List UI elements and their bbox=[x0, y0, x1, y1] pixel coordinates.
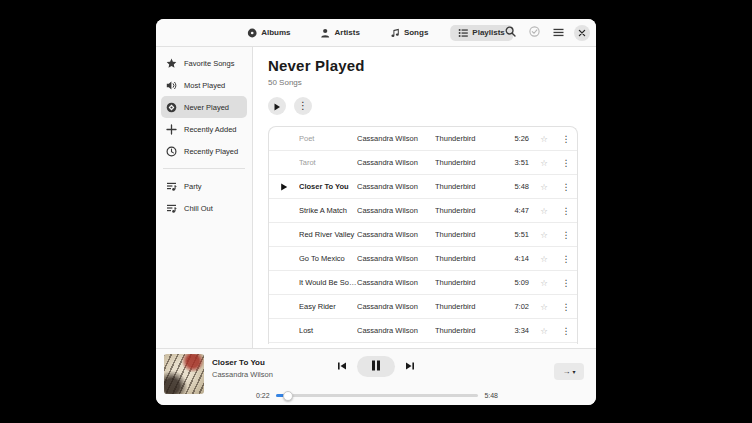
song-menu-button[interactable]: ⋮ bbox=[555, 206, 577, 216]
seek-handle[interactable] bbox=[283, 391, 293, 401]
song-artist: Cassandra Wilson bbox=[357, 134, 435, 143]
song-artist: Cassandra Wilson bbox=[357, 326, 435, 335]
song-menu-button[interactable]: ⋮ bbox=[555, 134, 577, 144]
previous-track-button[interactable] bbox=[337, 359, 347, 374]
sidebar-item-favorite-songs[interactable]: Favorite Songs bbox=[161, 52, 247, 74]
song-duration: 3:34 bbox=[501, 326, 533, 335]
next-track-button[interactable] bbox=[405, 359, 415, 374]
song-album: Thunderbird bbox=[435, 182, 501, 191]
never-played-icon bbox=[166, 102, 177, 113]
song-duration: 5:26 bbox=[501, 134, 533, 143]
repeat-mode-button[interactable]: → ▾ bbox=[554, 363, 584, 380]
view-switcher: AlbumsArtistsSongsPlaylists bbox=[239, 25, 513, 41]
select-mode-button[interactable] bbox=[526, 25, 542, 41]
close-icon bbox=[578, 25, 586, 40]
songs-icon bbox=[390, 28, 400, 38]
close-button[interactable] bbox=[574, 25, 590, 41]
titlebar-buttons bbox=[502, 25, 590, 41]
tab-label: Songs bbox=[404, 28, 428, 37]
song-row[interactable]: Go To MexicoCassandra WilsonThunderbird4… bbox=[269, 247, 577, 271]
sidebar-item-recently-added[interactable]: Recently Added bbox=[161, 118, 247, 140]
favorite-star-icon[interactable]: ☆ bbox=[533, 134, 555, 144]
tab-artists[interactable]: Artists bbox=[313, 25, 368, 41]
hamburger-icon bbox=[553, 25, 564, 40]
song-row[interactable]: Easy RiderCassandra WilsonThunderbird7:0… bbox=[269, 295, 577, 319]
song-duration: 3:51 bbox=[501, 158, 533, 167]
playlist-icon bbox=[166, 203, 177, 214]
favorite-star-icon[interactable]: ☆ bbox=[533, 206, 555, 216]
pause-button[interactable] bbox=[357, 356, 395, 377]
song-row[interactable]: Red River ValleyCassandra WilsonThunderb… bbox=[269, 223, 577, 247]
song-menu-button[interactable]: ⋮ bbox=[555, 278, 577, 288]
tab-albums[interactable]: Albums bbox=[239, 25, 298, 41]
song-row[interactable]: PoetCassandra WilsonThunderbird5:26☆⋮ bbox=[269, 127, 577, 151]
song-list: PoetCassandra WilsonThunderbird5:26☆⋮Tar… bbox=[268, 126, 578, 344]
song-duration: 4:47 bbox=[501, 206, 533, 215]
song-album: Thunderbird bbox=[435, 230, 501, 239]
song-row[interactable]: TarotCassandra WilsonThunderbird3:51☆⋮ bbox=[269, 151, 577, 175]
play-playlist-button[interactable] bbox=[268, 97, 286, 115]
song-album: Thunderbird bbox=[435, 134, 501, 143]
consecutive-arrow-icon: → bbox=[562, 367, 570, 376]
song-menu-button[interactable]: ⋮ bbox=[555, 326, 577, 336]
menu-button[interactable] bbox=[550, 25, 566, 41]
song-menu-button[interactable]: ⋮ bbox=[555, 254, 577, 264]
tab-label: Albums bbox=[261, 28, 290, 37]
sidebar-item-label: Recently Added bbox=[184, 125, 237, 134]
playlist-icon bbox=[166, 181, 177, 192]
sidebar-item-most-played[interactable]: Most Played bbox=[161, 74, 247, 96]
sidebar-item-label: Chill Out bbox=[184, 204, 213, 213]
favorite-star-icon[interactable]: ☆ bbox=[533, 326, 555, 336]
sidebar-item-label: Recently Played bbox=[184, 147, 238, 156]
song-title: Lost bbox=[299, 326, 357, 335]
elapsed-time: 0:22 bbox=[256, 392, 270, 399]
page-title: Never Played bbox=[268, 57, 596, 74]
search-button[interactable] bbox=[502, 25, 518, 41]
search-icon bbox=[505, 25, 516, 40]
now-playing-artist: Cassandra Wilson bbox=[212, 370, 273, 379]
sidebar-item-chill-out[interactable]: Chill Out bbox=[161, 197, 247, 219]
song-menu-button[interactable]: ⋮ bbox=[555, 302, 577, 312]
favorite-star-icon[interactable]: ☆ bbox=[533, 230, 555, 240]
playlist-actions: ⋮ bbox=[268, 97, 596, 115]
sidebar-item-never-played[interactable]: Never Played bbox=[161, 96, 247, 118]
favorite-star-icon[interactable]: ☆ bbox=[533, 158, 555, 168]
playback-controls bbox=[337, 356, 415, 377]
song-count: 50 Songs bbox=[268, 78, 596, 87]
favorite-star-icon[interactable]: ☆ bbox=[533, 254, 555, 264]
song-menu-button[interactable]: ⋮ bbox=[555, 158, 577, 168]
favorite-star-icon[interactable]: ☆ bbox=[533, 302, 555, 312]
song-title: Closer To You bbox=[299, 182, 357, 191]
favorite-star-icon[interactable]: ☆ bbox=[533, 278, 555, 288]
song-title: Go To Mexico bbox=[299, 254, 357, 263]
song-artist: Cassandra Wilson bbox=[357, 254, 435, 263]
song-menu-button[interactable]: ⋮ bbox=[555, 182, 577, 192]
sidebar-divider bbox=[163, 168, 245, 169]
song-menu-button[interactable]: ⋮ bbox=[555, 230, 577, 240]
clock-icon bbox=[166, 146, 177, 157]
tab-songs[interactable]: Songs bbox=[382, 25, 436, 41]
song-row[interactable]: Closer To YouCassandra WilsonThunderbird… bbox=[269, 175, 577, 199]
song-duration: 5:48 bbox=[501, 182, 533, 191]
star-icon bbox=[166, 58, 177, 69]
song-title: Poet bbox=[299, 134, 357, 143]
song-row[interactable]: It Would Be So EasyCassandra WilsonThund… bbox=[269, 271, 577, 295]
playlist-menu-button[interactable]: ⋮ bbox=[294, 97, 312, 115]
sidebar-item-party[interactable]: Party bbox=[161, 175, 247, 197]
song-duration: 4:14 bbox=[501, 254, 533, 263]
song-album: Thunderbird bbox=[435, 278, 501, 287]
sidebar-item-label: Never Played bbox=[184, 103, 229, 112]
favorite-star-icon[interactable]: ☆ bbox=[533, 182, 555, 192]
pause-icon bbox=[371, 359, 381, 374]
seek-slider[interactable] bbox=[276, 394, 479, 397]
song-title: Tarot bbox=[299, 158, 357, 167]
albums-icon bbox=[247, 28, 257, 38]
now-playing-info: Closer To You Cassandra Wilson bbox=[212, 358, 273, 379]
sidebar-item-recently-played[interactable]: Recently Played bbox=[161, 140, 247, 162]
previous-icon bbox=[337, 359, 347, 374]
song-row[interactable]: LostCassandra WilsonThunderbird3:34☆⋮ bbox=[269, 319, 577, 343]
song-artist: Cassandra Wilson bbox=[357, 158, 435, 167]
song-row[interactable]: Strike A MatchCassandra WilsonThunderbir… bbox=[269, 199, 577, 223]
song-artist: Cassandra Wilson bbox=[357, 230, 435, 239]
playlist-view: Never Played 50 Songs ⋮ PoetCassandra Wi… bbox=[253, 47, 596, 348]
